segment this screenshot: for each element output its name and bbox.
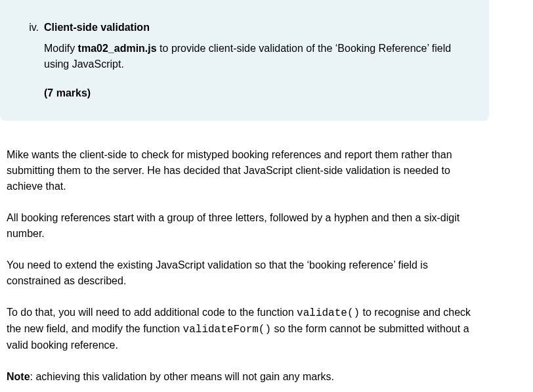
- main-content: Mike wants the client-side to check for …: [0, 147, 489, 392]
- note-label: Note: [7, 371, 30, 382]
- body-prefix: Modify: [44, 43, 78, 54]
- paragraph-5: Note: achieving this validation by other…: [7, 369, 482, 385]
- roman-numeral: iv.: [23, 20, 44, 35]
- code-validateform: validateForm(): [183, 324, 271, 336]
- p4-prefix: To do that, you will need to add additio…: [7, 307, 297, 318]
- body-filename: tma02_admin.js: [78, 43, 157, 54]
- highlighted-section: iv. Client-side validation Modify tma02_…: [0, 0, 489, 121]
- paragraph-4: To do that, you will need to add additio…: [7, 305, 482, 353]
- code-validate: validate(): [297, 307, 360, 319]
- section-title: Client-side validation: [44, 20, 476, 35]
- marks-label: (7 marks): [44, 85, 476, 101]
- document-container: iv. Client-side validation Modify tma02_…: [0, 0, 533, 392]
- numbered-heading: iv. Client-side validation Modify tma02_…: [23, 20, 476, 101]
- paragraph-1: Mike wants the client-side to check for …: [7, 147, 482, 194]
- heading-content: Client-side validation Modify tma02_admi…: [44, 20, 476, 101]
- paragraph-2: All booking references start with a grou…: [7, 210, 482, 242]
- note-rest: : achieving this validation by other mea…: [30, 371, 334, 382]
- section-body: Modify tma02_admin.js to provide client-…: [44, 41, 476, 72]
- paragraph-3: You need to extend the existing JavaScri…: [7, 257, 482, 289]
